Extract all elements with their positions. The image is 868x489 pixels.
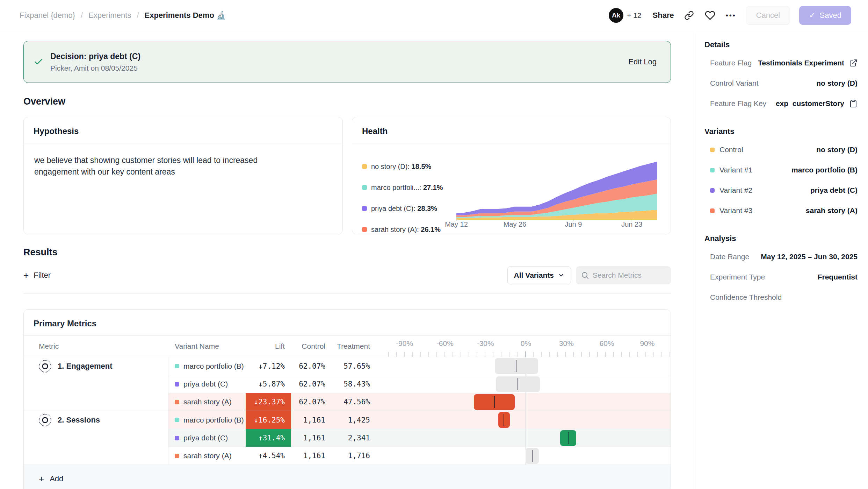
row-label: Variant #2 — [719, 186, 752, 194]
table-row[interactable]: priya debt (C)↓5.87%62.07%58.43% — [24, 375, 671, 393]
treatment-cell: 57.65% — [332, 357, 376, 375]
variant-swatch — [175, 418, 179, 422]
variant-cell: sarah story (A) — [168, 393, 246, 411]
search-metrics-input[interactable] — [576, 266, 671, 284]
details-sidebar: DetailsFeature FlagTestimonials Experime… — [694, 31, 868, 489]
confidence-interval-bar — [495, 358, 538, 374]
row-label: Date Range — [710, 253, 749, 261]
legend-item[interactable]: sarah story (A): 26.1% — [362, 219, 454, 240]
sidebar-row: Variant #3sarah story (A) — [704, 200, 858, 221]
lift-cell: ↓7.12% — [246, 357, 291, 375]
lift-cell: ↑31.4% — [246, 429, 291, 447]
variant-name: priya debt (C) — [183, 434, 228, 442]
decision-subtitle: Picker, Amit on 08/05/2025 — [50, 64, 140, 72]
variant-name: sarah story (A) — [183, 452, 232, 460]
link-icon[interactable] — [683, 9, 695, 21]
row-value: May 12, 2025 – Jun 30, 2025 — [761, 253, 858, 261]
confidence-interval-bar — [526, 448, 539, 464]
table-row[interactable]: 2. Sessionsmarco portfolio (B)↓16.25%1,1… — [24, 411, 671, 429]
legend-item[interactable]: priya debt (C): 28.3% — [362, 198, 454, 219]
control-cell: 62.07% — [291, 375, 332, 393]
row-label: Control Variant — [710, 79, 759, 87]
row-value: no story (D) — [816, 79, 858, 87]
treatment-cell: 1,425 — [332, 411, 376, 429]
row-label: Variant #1 — [719, 166, 752, 174]
table-row[interactable]: sarah story (A)↓23.37%62.07%47.56% — [24, 393, 671, 411]
variant-swatch — [710, 188, 715, 193]
row-value: Testimonials Experiment — [758, 59, 858, 67]
control-cell: 62.07% — [291, 393, 332, 411]
lift-cell: ↑4.54% — [246, 447, 291, 465]
confidence-interval-bar — [496, 376, 540, 392]
metric-cell — [24, 429, 168, 447]
saved-button[interactable]: ✓ Saved — [799, 6, 851, 25]
axis-label: 90% — [640, 339, 654, 348]
x-tick-label: May 26 — [504, 220, 527, 228]
variant-swatch — [175, 364, 179, 368]
breadcrumb-experiments[interactable]: Experiments — [88, 11, 131, 20]
metric-cell — [24, 447, 168, 465]
check-icon: ✓ — [809, 11, 815, 20]
sidebar-row: Controlno story (D) — [704, 140, 858, 160]
hypothesis-card: Hypothesis we believe that showing custo… — [23, 117, 343, 234]
table-row[interactable]: priya debt (C)↑31.4%1,1612,341 — [24, 429, 671, 447]
table-row[interactable]: sarah story (A)↑4.54%1,1611,716 — [24, 447, 671, 465]
add-metric-button[interactable]: + Add — [24, 465, 671, 489]
health-area-chart: May 12May 26Jun 9Jun 23 — [454, 151, 667, 240]
row-label: Feature Flag — [710, 59, 752, 67]
variant-cell: marco portfolio (B) — [168, 357, 246, 375]
section-title: Details — [704, 40, 858, 49]
sidebar-row: Control Variantno story (D) — [704, 73, 858, 93]
variant-swatch — [175, 454, 179, 458]
legend-label: marco portfoli...: 27.1% — [371, 184, 443, 192]
section-title: Analysis — [704, 234, 858, 243]
sidebar-row: Feature Flag Keyexp_customerStory — [704, 93, 858, 114]
edit-log-button[interactable]: Edit Log — [628, 57, 657, 66]
variant-swatch — [175, 436, 179, 440]
lift-cell: ↓23.37% — [246, 393, 291, 411]
legend-item[interactable]: no story (D): 18.5% — [362, 156, 454, 177]
confidence-interval-bar — [498, 412, 510, 428]
variant-name: marco portfolio (B) — [183, 362, 244, 370]
table-header: Metric Variant Name Lift Control Treatme… — [24, 336, 671, 357]
table-row[interactable]: 1. Engagementmarco portfolio (B)↓7.12%62… — [24, 357, 671, 375]
variant-swatch — [175, 382, 179, 387]
share-button[interactable]: Share — [653, 11, 674, 20]
favorite-heart-icon[interactable] — [704, 9, 716, 21]
axis-label: 30% — [559, 339, 574, 348]
sidebar-section-variants: VariantsControlno story (D)Variant #1mar… — [704, 127, 858, 221]
ci-chart-cell — [388, 447, 671, 465]
more-options-button[interactable]: ••• — [725, 9, 737, 21]
avatar[interactable]: Ak — [609, 8, 623, 23]
variants-dropdown[interactable]: All Variants — [507, 266, 571, 284]
legend-item[interactable]: marco portfoli...: 27.1% — [362, 177, 454, 198]
lift-point-tick — [532, 450, 533, 462]
confidence-interval-bar — [474, 394, 515, 410]
col-metric: Metric — [24, 342, 168, 350]
breadcrumb-separator: / — [137, 11, 139, 20]
axis-label: -60% — [436, 339, 454, 348]
lift-point-tick — [504, 414, 504, 426]
metric-cell: 1. Engagement — [24, 357, 168, 375]
sidebar-row: Confidence Threshold — [704, 287, 858, 307]
external-link-icon[interactable] — [849, 59, 858, 67]
metric-cell — [24, 375, 168, 393]
lift-point-tick — [568, 432, 569, 444]
sidebar-row: Variant #1marco portfolio (B) — [704, 160, 858, 180]
row-value: Frequentist — [818, 273, 858, 281]
variant-name: marco portfolio (B) — [183, 416, 244, 424]
collaborators-count[interactable]: + 12 — [627, 11, 641, 20]
add-filter-button[interactable]: + Filter — [23, 271, 51, 280]
cancel-button[interactable]: Cancel — [746, 6, 790, 25]
lift-cell: ↓5.87% — [246, 375, 291, 393]
main-content: Decision: priya debt (C) Picker, Amit on… — [0, 31, 694, 489]
decision-banner: Decision: priya debt (C) Picker, Amit on… — [23, 41, 671, 83]
overview-heading: Overview — [23, 96, 671, 107]
ci-chart-cell — [388, 375, 671, 393]
col-treatment: Treatment — [332, 342, 376, 350]
breadcrumb-current: Experiments Demo 🔬 — [145, 11, 226, 20]
lift-point-tick — [516, 360, 516, 372]
axis-ruler — [388, 352, 671, 357]
breadcrumb-project[interactable]: Fixpanel {demo} — [20, 11, 75, 20]
clipboard-icon[interactable] — [849, 99, 858, 108]
